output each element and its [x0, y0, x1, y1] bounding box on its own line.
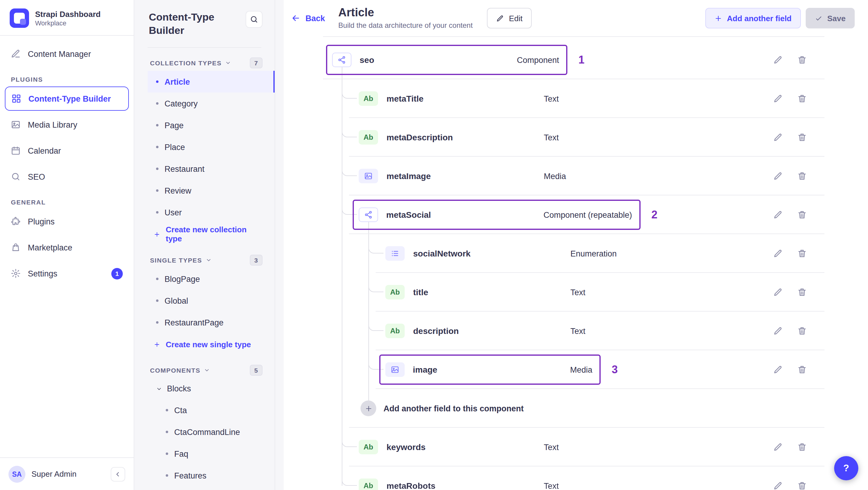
- field-row-title: AbtitleText: [323, 273, 825, 311]
- search-button[interactable]: [246, 11, 262, 28]
- sidebar-item-seo[interactable]: SEO: [5, 164, 129, 189]
- edit-button[interactable]: Edit: [487, 8, 532, 28]
- edit-field-button[interactable]: [772, 132, 783, 143]
- chevron-down-icon: [204, 367, 210, 373]
- group-header-collection-types[interactable]: COLLECTION TYPES7: [150, 58, 262, 68]
- subnav-item-place[interactable]: Place: [134, 136, 275, 158]
- edit-field-button[interactable]: [772, 326, 783, 336]
- field-row-metasocial: metaSocialComponent (repeatable)2: [323, 195, 825, 234]
- fields-table: seoComponent1AbmetaTitleTextAbmetaDescri…: [323, 36, 825, 490]
- field-row-main: AbdescriptionText: [385, 324, 586, 338]
- pencil-icon: [773, 132, 783, 142]
- field-row-main: AbmetaTitleText: [359, 91, 559, 106]
- sidebar-item-content-manager[interactable]: Content Manager: [5, 42, 129, 66]
- subnav-item-restaurantpage[interactable]: RestaurantPage: [134, 311, 275, 333]
- help-button[interactable]: ?: [834, 456, 858, 480]
- delete-field-button[interactable]: [797, 209, 807, 220]
- sidebar-item-plugins[interactable]: Plugins: [5, 209, 129, 234]
- app-root: Strapi Dashboard Workplace Content Manag…: [0, 0, 868, 490]
- delete-field-button[interactable]: [797, 287, 807, 298]
- subnav-item-article[interactable]: Article: [148, 71, 275, 93]
- field-row-main: AbkeywordsText: [359, 440, 559, 454]
- section-label-plugins: PLUGINS: [11, 75, 123, 83]
- group-header-components[interactable]: COMPONENTS5: [150, 365, 262, 376]
- field-row-socialnetwork: socialNetworkEnumeration: [323, 234, 825, 273]
- bullet-icon: [166, 409, 168, 411]
- field-name: metaRobots: [386, 481, 544, 490]
- panel-title: Content-Type Builder: [149, 11, 240, 37]
- field-row-main: imageMedia: [379, 355, 601, 385]
- page-subtitle: Build the data architecture of your cont…: [338, 21, 473, 30]
- puzzle-icon: [11, 217, 21, 226]
- subnav-item-global[interactable]: Global: [134, 290, 275, 311]
- subnav-item-features[interactable]: Features: [134, 465, 275, 486]
- delete-field-button[interactable]: [797, 441, 807, 453]
- sidebar-item-marketplace[interactable]: Marketplace: [5, 235, 129, 259]
- subnav-item-ctacommandline[interactable]: CtaCommandLine: [134, 421, 275, 443]
- pencil-icon: [773, 94, 783, 103]
- add-another-field-button[interactable]: Add another field: [705, 8, 801, 28]
- divider: [0, 35, 134, 36]
- plus-icon: [365, 404, 372, 412]
- subnav-item-restaurant[interactable]: Restaurant: [134, 158, 275, 180]
- edit-field-button[interactable]: [772, 55, 783, 65]
- field-row-main: AbmetaDescriptionText: [359, 130, 559, 145]
- subnav-item-blogpage[interactable]: BlogPage: [134, 268, 275, 290]
- collapse-sidebar-button[interactable]: [111, 467, 125, 481]
- bullet-icon: [166, 474, 168, 477]
- pencil-icon: [773, 210, 783, 220]
- subnav-item-review[interactable]: Review: [134, 180, 275, 202]
- sidebar-item-calendar[interactable]: Calendar: [5, 139, 129, 163]
- edit-field-button[interactable]: [772, 287, 783, 298]
- sidebar-item-media-library[interactable]: Media Library: [5, 113, 129, 137]
- field-name: socialNetwork: [413, 249, 570, 258]
- delete-field-button[interactable]: [797, 480, 807, 490]
- bullet-icon: [156, 81, 158, 83]
- edit-field-button[interactable]: [772, 248, 783, 259]
- edit-field-button[interactable]: [772, 441, 783, 453]
- field-row-main: metaImageMedia: [359, 169, 566, 183]
- field-name: image: [413, 365, 570, 374]
- edit-field-button[interactable]: [772, 171, 783, 182]
- action-create-new-single-type[interactable]: Create new single type: [134, 333, 275, 355]
- edit-field-button[interactable]: [772, 364, 783, 375]
- action-create-new-collection-type[interactable]: Create new collection type: [134, 223, 275, 245]
- pencil-icon: [496, 14, 504, 22]
- save-button[interactable]: Save: [805, 8, 855, 28]
- media-field-icon: [359, 169, 378, 183]
- field-type: Text: [544, 481, 559, 490]
- section-label-general: GENERAL: [11, 198, 123, 206]
- field-row-metatitle: AbmetaTitleText: [323, 79, 825, 118]
- delete-field-button[interactable]: [797, 171, 807, 182]
- delete-field-button[interactable]: [797, 248, 807, 259]
- subnav-item-page[interactable]: Page: [134, 114, 275, 136]
- delete-field-button[interactable]: [797, 326, 807, 336]
- grid-icon: [11, 94, 21, 103]
- subnav-item-faq[interactable]: Faq: [134, 443, 275, 465]
- add-field-to-component-row[interactable]: Add another field to this component: [323, 389, 825, 428]
- field-type: Media: [570, 365, 592, 374]
- sidebar-item-label: Content-Type Builder: [28, 94, 111, 103]
- edit-field-button[interactable]: [772, 93, 783, 104]
- plus-icon: [154, 341, 160, 347]
- back-link[interactable]: Back: [291, 13, 325, 23]
- pencil-icon: [773, 481, 783, 490]
- subnav-item-cta[interactable]: Cta: [134, 399, 275, 421]
- subnav-item-category[interactable]: Category: [134, 93, 275, 114]
- edit-field-button[interactable]: [772, 209, 783, 220]
- delete-field-button[interactable]: [797, 132, 807, 143]
- delete-field-button[interactable]: [797, 364, 807, 375]
- sidebar-item-settings[interactable]: Settings1: [5, 261, 129, 285]
- text-field-icon: Ab: [359, 130, 378, 145]
- main-content: Back Article Build the data architecture…: [275, 0, 868, 490]
- plus-icon[interactable]: [361, 400, 376, 416]
- group-header-single-types[interactable]: SINGLE TYPES3: [150, 255, 262, 266]
- text-field-icon: Ab: [385, 285, 405, 300]
- component-category-blocks[interactable]: Blocks: [134, 378, 275, 399]
- edit-field-button[interactable]: [772, 480, 783, 490]
- subnav-item-user[interactable]: User: [134, 202, 275, 223]
- delete-field-button[interactable]: [797, 55, 807, 65]
- delete-field-button[interactable]: [797, 93, 807, 104]
- sidebar-item-label: Content Manager: [28, 49, 91, 58]
- sidebar-item-content-type-builder[interactable]: Content-Type Builder: [5, 87, 129, 111]
